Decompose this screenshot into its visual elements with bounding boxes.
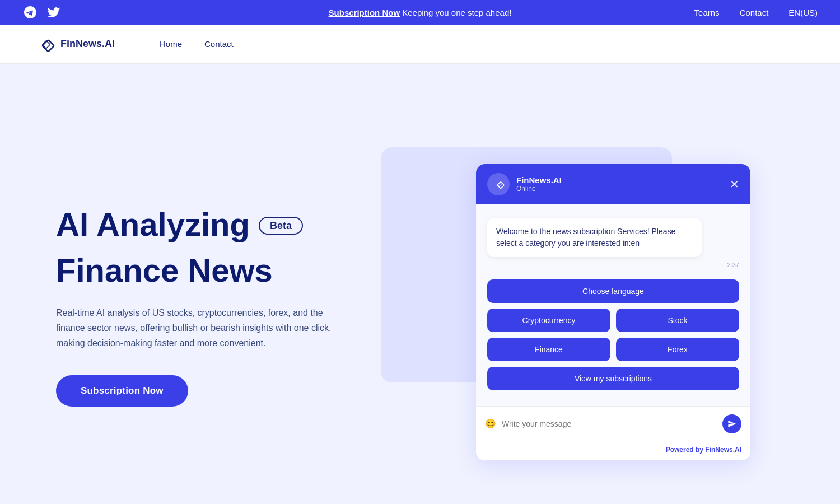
- nav-links: Home Contact: [160, 39, 234, 49]
- hero-title: AI Analyzing Beta Finance News: [56, 206, 364, 290]
- chat-btn-row-1: Cryptocurrency Stock: [487, 309, 739, 332]
- hero-title-line1: AI Analyzing Beta: [56, 206, 303, 244]
- banner-center: Subscription Now Keeping you one step ah…: [329, 8, 512, 17]
- left-content: AI Analyzing Beta Finance News Real-time…: [56, 195, 364, 407]
- view-subscriptions-button[interactable]: View my subscriptions: [487, 367, 739, 390]
- top-banner: Subscription Now Keeping you one step ah…: [0, 0, 840, 25]
- nav-home[interactable]: Home: [160, 39, 182, 49]
- telegram-icon[interactable]: [22, 4, 38, 20]
- powered-by-label: Powered by: [666, 446, 703, 454]
- twitter-icon[interactable]: [46, 4, 62, 20]
- right-content: FinNews.AI Online ✕ Welcome to the news …: [364, 153, 795, 449]
- cryptocurrency-button[interactable]: Cryptocurrency: [487, 309, 610, 332]
- navbar: FinNews.AI Home Contact: [0, 25, 840, 64]
- chat-header-status: Online: [516, 185, 562, 193]
- nav-tearns[interactable]: Tearns: [694, 8, 720, 17]
- chat-footer: 😊: [476, 406, 750, 441]
- banner-left: [22, 4, 62, 20]
- chat-btn-row-2: Finance Forex: [487, 338, 739, 361]
- powered-by-brand: FinNews.AI: [703, 446, 741, 454]
- hero-subtitle: Real-time AI analysis of US stocks, cryp…: [56, 305, 347, 351]
- subscription-link[interactable]: Subscription Now: [329, 8, 400, 17]
- banner-tagline: Keeping you one step ahead!: [400, 8, 511, 17]
- finance-button[interactable]: Finance: [487, 338, 610, 361]
- chat-body: Welcome to the news subscription Service…: [476, 204, 750, 406]
- emoji-icon: 😊: [485, 418, 496, 429]
- chat-avatar: [487, 173, 510, 195]
- chat-header-name: FinNews.AI: [516, 175, 562, 185]
- nav-contact-top[interactable]: Contact: [740, 8, 769, 17]
- chat-buttons: Choose language Cryptocurrency Stock Fin…: [487, 279, 739, 390]
- nav-language[interactable]: EN(US): [788, 8, 818, 17]
- choose-language-button[interactable]: Choose language: [487, 279, 739, 303]
- chat-header: FinNews.AI Online ✕: [476, 164, 750, 204]
- svg-rect-0: [42, 40, 54, 52]
- hero-title-text1: AI Analyzing: [56, 206, 250, 244]
- beta-badge: Beta: [259, 217, 303, 235]
- chat-header-info: FinNews.AI Online: [516, 175, 562, 193]
- hero-title-text2: Finance News: [56, 252, 273, 288]
- chat-header-left: FinNews.AI Online: [487, 173, 562, 195]
- chat-message-input[interactable]: [502, 419, 717, 428]
- stock-button[interactable]: Stock: [616, 309, 739, 332]
- logo-text: FinNews.AI: [60, 38, 115, 50]
- forex-button[interactable]: Forex: [616, 338, 739, 361]
- chat-powered: Powered by FinNews.AI: [476, 441, 750, 460]
- svg-rect-2: [497, 181, 504, 188]
- main-content: AI Analyzing Beta Finance News Real-time…: [0, 64, 840, 504]
- logo[interactable]: FinNews.AI: [34, 34, 115, 55]
- nav-contact[interactable]: Contact: [204, 39, 234, 49]
- send-button[interactable]: [722, 414, 741, 433]
- chat-timestamp: 2:37: [487, 262, 739, 268]
- close-icon[interactable]: ✕: [730, 178, 739, 191]
- chat-welcome-message: Welcome to the news subscription Service…: [487, 218, 702, 257]
- subscription-now-button[interactable]: Subscription Now: [56, 375, 188, 407]
- chat-widget: FinNews.AI Online ✕ Welcome to the news …: [476, 164, 750, 460]
- banner-right: Tearns Contact EN(US): [694, 8, 818, 17]
- hero-title-line2: Finance News: [56, 252, 364, 290]
